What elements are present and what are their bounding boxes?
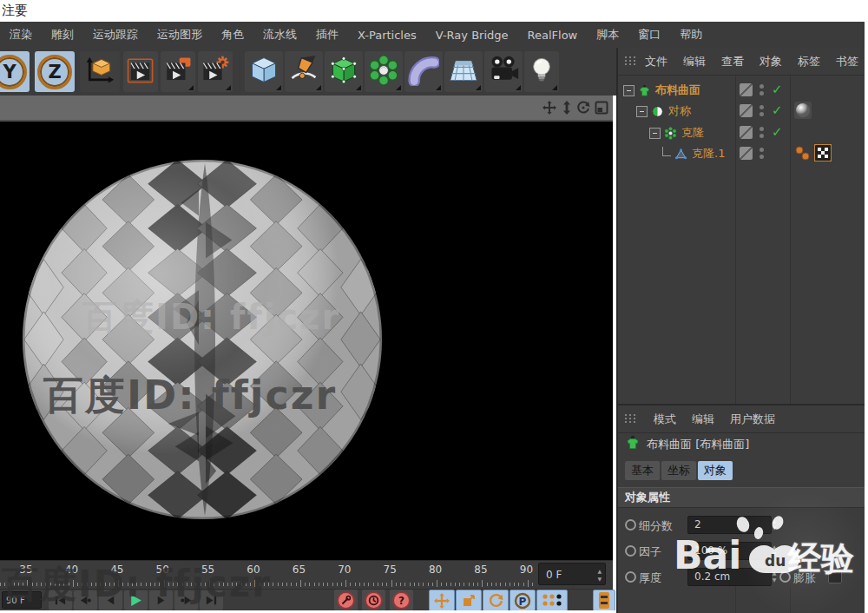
panel-drag-handle-icon[interactable] (625, 56, 628, 67)
pan-icon[interactable] (542, 100, 556, 115)
current-frame-field[interactable]: 0 F ▲▼ (538, 563, 606, 585)
timeline-number: 80 (429, 564, 442, 576)
menubar-item[interactable]: 脚本 (587, 27, 628, 43)
record-keyframe-button[interactable] (334, 590, 358, 611)
render-view-button[interactable] (123, 51, 158, 92)
render-picture-viewer-button[interactable] (161, 51, 195, 92)
om-menu-item[interactable]: 对象 (752, 54, 790, 69)
menubar-item[interactable]: V-Ray Bridge (426, 29, 518, 42)
axis-z-button[interactable]: Z (35, 51, 75, 92)
object-tree-row[interactable]: 克隆✓ (618, 122, 868, 143)
tab-基本[interactable]: 基本 (625, 461, 660, 480)
timeline-tick (491, 583, 492, 586)
autokeying-button[interactable] (362, 590, 385, 611)
record-pla-toggle[interactable] (536, 590, 568, 611)
visibility-dots[interactable] (760, 148, 764, 160)
property-label: 因子 (639, 544, 661, 560)
panel-drag-handle-icon[interactable] (625, 414, 637, 425)
object-tree-row[interactable]: 对称✓ (618, 101, 868, 122)
orbit-icon[interactable] (575, 100, 590, 115)
render-settings-button[interactable] (198, 51, 233, 92)
phong-tag[interactable] (794, 102, 812, 119)
frame-spinner[interactable]: ▲▼ (597, 567, 602, 583)
toggle-panel-icon[interactable] (594, 100, 608, 115)
record-parameter-toggle[interactable]: P (510, 590, 536, 611)
timeline-tick (450, 583, 451, 586)
animation-dot-icon[interactable] (625, 519, 636, 531)
om-menu-item[interactable]: 文件 (637, 54, 675, 69)
object-tree-row[interactable]: 布料曲面✓ (618, 80, 868, 101)
tab-对象[interactable]: 对象 (698, 461, 733, 480)
subdivision-surface-button[interactable] (325, 51, 363, 92)
menubar-item[interactable]: 雕刻 (42, 27, 83, 43)
menubar-item[interactable]: 运动图形 (148, 27, 212, 43)
visibility-dots[interactable] (760, 127, 764, 139)
timeline-tick (518, 583, 519, 586)
layer-color-swatch[interactable] (740, 126, 753, 139)
camera-button[interactable] (484, 51, 523, 92)
keyframe-selection-button[interactable]: ? (390, 590, 413, 611)
menubar-item[interactable]: 插件 (306, 27, 348, 43)
coordinate-system-button[interactable] (80, 51, 120, 92)
timeline-tick (282, 583, 283, 586)
record-position-toggle[interactable] (429, 590, 455, 611)
floor-button[interactable] (444, 51, 483, 92)
timeline-tick (455, 583, 456, 586)
motion-clip-button[interactable] (593, 590, 615, 611)
menubar-item[interactable]: 窗口 (628, 27, 670, 43)
timeline-tick (300, 580, 301, 587)
tag-icons (794, 144, 832, 161)
om-menu-item[interactable]: 查看 (713, 54, 752, 69)
object-manager-menubar: 文件编辑查看对象标签书签 (618, 48, 866, 76)
tab-坐标[interactable]: 坐标 (661, 461, 696, 480)
am-menu-item[interactable]: 编辑 (684, 412, 722, 427)
spline-pen-icon (288, 55, 319, 89)
visibility-dots[interactable] (760, 105, 764, 117)
bend-deformer-button[interactable] (404, 51, 443, 92)
watermark-baidu-id-top: 百度ID: ffjczr (82, 293, 340, 341)
mograph-dots-tag[interactable] (794, 144, 812, 161)
light-button[interactable] (524, 51, 559, 92)
object-label: 克隆.1 (692, 146, 725, 161)
primitive-cube-button[interactable] (245, 51, 283, 92)
tree-expander-icon[interactable] (623, 85, 635, 96)
visibility-dots[interactable] (760, 84, 764, 96)
menubar-item[interactable]: 帮助 (670, 27, 712, 43)
menubar-item[interactable]: X-Particles (348, 29, 426, 42)
record-rotation-toggle[interactable] (483, 590, 509, 611)
layer-color-swatch[interactable] (740, 83, 753, 96)
am-menu-item[interactable]: 用户数据 (722, 412, 783, 427)
menubar-item[interactable]: 角色 (212, 27, 253, 43)
menubar-item[interactable]: 运动跟踪 (83, 27, 148, 43)
menubar-item[interactable]: RealFlow (518, 29, 588, 42)
layer-color-swatch[interactable] (740, 104, 753, 117)
spline-pen-button[interactable] (285, 51, 323, 92)
timeline-tick (441, 583, 442, 586)
om-menu-item[interactable]: 书签 (828, 54, 866, 69)
om-menu-item[interactable]: 编辑 (675, 54, 713, 69)
mograph-cloner-button[interactable] (365, 51, 403, 92)
record-scale-toggle[interactable] (456, 590, 482, 611)
am-menu-item[interactable]: 模式 (646, 412, 684, 427)
menubar-item[interactable]: 渲染 (0, 27, 42, 43)
animation-dot-icon[interactable] (625, 571, 636, 583)
animation-dot-icon[interactable] (625, 545, 636, 557)
enabled-check-icon[interactable]: ✓ (772, 82, 783, 97)
enabled-check-icon[interactable]: ✓ (772, 102, 783, 118)
checker-tag[interactable] (814, 144, 832, 161)
tree-expander-icon[interactable] (649, 128, 661, 139)
om-menu-item[interactable]: 标签 (790, 54, 828, 69)
attribute-object-row: 布料曲面 [布料曲面] (625, 435, 749, 454)
dolly-icon[interactable] (559, 100, 574, 115)
symmetry-icon (651, 105, 664, 118)
enabled-check-icon[interactable]: ✓ (772, 124, 783, 140)
svg-text:P: P (519, 595, 527, 607)
timeline-tick (410, 583, 411, 586)
axis-y-button[interactable]: Y (0, 51, 30, 92)
render-view-icon (126, 56, 155, 89)
object-tree-row[interactable]: 克隆.1 (618, 143, 868, 164)
timeline-tick (459, 583, 460, 586)
layer-color-swatch[interactable] (740, 147, 753, 160)
tree-expander-icon[interactable] (636, 106, 648, 117)
menubar-item[interactable]: 流水线 (253, 27, 306, 43)
